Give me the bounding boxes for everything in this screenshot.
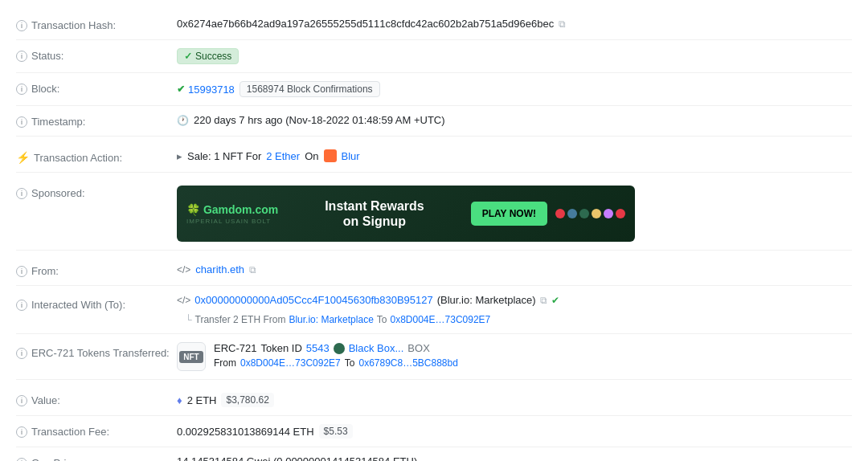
interacted-value-col: </> 0x00000000000Ad05Ccc4F10045630fb830B… [177,294,852,325]
erc-to-link[interactable]: 0x6789C8…5BC888bd [358,357,457,369]
banner-circles [555,209,625,218]
value-label: i Value: [16,393,177,406]
interacted-address-link[interactable]: 0x00000000000Ad05Ccc4F10045630fb830B9512… [194,294,432,306]
code-icon-interacted: </> [177,295,190,306]
from-value-col: </> charith.eth ⧉ [177,263,852,275]
info-icon-timestamp: i [16,116,27,128]
transfer-line: └ Transfer 2 ETH From Blur.io: Marketpla… [177,314,852,325]
sponsored-value-col: 🍀 Gamdom.com IMPERIAL USAIN BOLT Instant… [177,186,852,242]
fee-value: 0.00292583​1013869144 ETH [177,426,314,438]
erc-token-id-link[interactable]: 5543 [306,342,330,354]
erc-from-link[interactable]: 0x8D004E…73C092E7 [240,357,341,369]
gas-label: i Gas Price: [16,455,177,461]
verified-icon: ✔ [551,295,559,306]
code-icon-from: </> [177,264,190,275]
copy-hash-icon[interactable]: ⧉ [559,18,566,30]
info-icon-fee: i [16,426,27,438]
tx-hash-label: i Transaction Hash: [16,18,177,31]
sponsored-banner[interactable]: 🍀 Gamdom.com IMPERIAL USAIN BOLT Instant… [177,186,635,242]
status-value-col: Success [177,48,852,64]
action-platform-link[interactable]: Blur [342,150,360,162]
erc-to-label: To [345,357,355,369]
value-eth: 2 ETH [187,394,217,406]
from-address-link[interactable]: charith.eth [195,263,244,275]
info-icon-block: i [16,84,27,95]
copy-from-icon[interactable]: ⧉ [249,264,256,275]
eth-icon-value: ♦ [177,394,182,406]
tx-hash-value-col: 0x6274ae7b66b42ad9a197a26555255d5111c8cf… [177,18,852,30]
circle-red2 [616,209,625,218]
nft-badge: NFT [179,351,203,363]
circle-yellow [592,209,601,218]
circle-green [579,209,589,218]
copy-interacted-icon[interactable]: ⧉ [540,295,547,306]
circle-blue [567,209,577,218]
block-check-icon: ✔ [177,84,185,95]
timestamp-value-col: 🕐 220 days 7 hrs ago (Nov-18-2022 01:48:… [177,114,852,126]
fee-usd-badge: $5.53 [319,424,353,439]
transfer-to-link[interactable]: 0x8D004E…73C092E7 [391,314,491,325]
status-label: i Status: [16,48,177,62]
action-value-col: ▸ Sale: 1 NFT For 2 Ether On Blur [177,149,852,162]
clock-icon: 🕐 [177,115,189,126]
banner-main-text: Instant Rewards on Signup [286,198,462,229]
erc-from-label: From [214,357,236,369]
banner-sub: IMPERIAL USAIN BOLT [186,218,278,225]
tx-hash-value: 0x6274ae7b66b42ad9a197a26555255d5111c8cf… [177,18,554,30]
timestamp-label: i Timestamp: [16,114,177,128]
transfer-arrow: └ [185,314,192,325]
value-usd-badge: $3,780.62 [221,393,273,407]
play-now-button[interactable]: PLAY NOW! [471,202,547,226]
action-text-prefix: Sale: 1 NFT For [187,150,261,162]
circle-purple [604,209,613,218]
status-badge: Success [177,48,239,64]
info-icon-gas: i [16,458,27,462]
fee-label: i Transaction Fee: [16,424,177,438]
gamdom-logo: 🍀 Gamdom.com [186,203,278,216]
block-number-link[interactable]: ✔ 15993718 [177,84,235,96]
erc-ticker: BOX [407,342,429,354]
collection-icon [334,343,345,354]
erc-type-label: ERC-721 [214,342,256,354]
sponsored-label: i Sponsored: [16,186,177,199]
erc-value-col: NFT ERC-721 Token ID 5543 Black Box... B… [177,342,852,371]
action-arrow: ▸ [177,150,182,162]
fee-value-col: 0.00292583​1013869144 ETH $5.53 [177,424,852,439]
transfer-from-link[interactable]: Blur.io: Marketplace [289,314,373,325]
action-on-text: On [305,150,318,162]
info-icon-erc: i [16,348,27,359]
action-label: ⚡ Transaction Action: [16,149,177,164]
timestamp-value: 220 days 7 hrs ago (Nov-18-2022 01:48:59… [194,114,445,126]
info-icon-value: i [16,395,27,406]
value-value-col: ♦ 2 ETH $3,780.62 [177,393,852,407]
gas-value-col: 14.145314584 Gwei (0.000000014145314584 … [177,455,852,461]
lightning-icon: ⚡ [16,151,30,164]
nft-icon-box: NFT [177,342,206,371]
info-icon-hash: i [16,20,27,31]
erc-collection-link[interactable]: Black Box... [349,342,404,354]
interacted-name: (Blur.io: Marketplace) [437,294,536,306]
interacted-label: i Interacted With (To): [16,294,177,311]
action-eth-link[interactable]: 2 Ether [266,150,300,162]
erc-label: i ERC-721 Tokens Transferred: [16,342,177,359]
info-icon-from: i [16,266,27,277]
erc-token-id-label: Token ID [260,342,301,354]
blur-platform-icon [324,149,337,162]
block-label: i Block: [16,81,177,95]
confirmations-badge: 1568974 Block Confirmations [240,81,380,97]
info-icon-interacted: i [16,300,27,311]
info-icon-sponsored: i [16,188,27,199]
block-value-col: ✔ 15993718 1568974 Block Confirmations [177,81,852,97]
circle-red [555,209,565,218]
info-icon-status: i [16,51,27,62]
from-label: i From: [16,263,177,277]
gas-value: 14.145314584 Gwei (0.000000014145314584 … [177,455,417,461]
